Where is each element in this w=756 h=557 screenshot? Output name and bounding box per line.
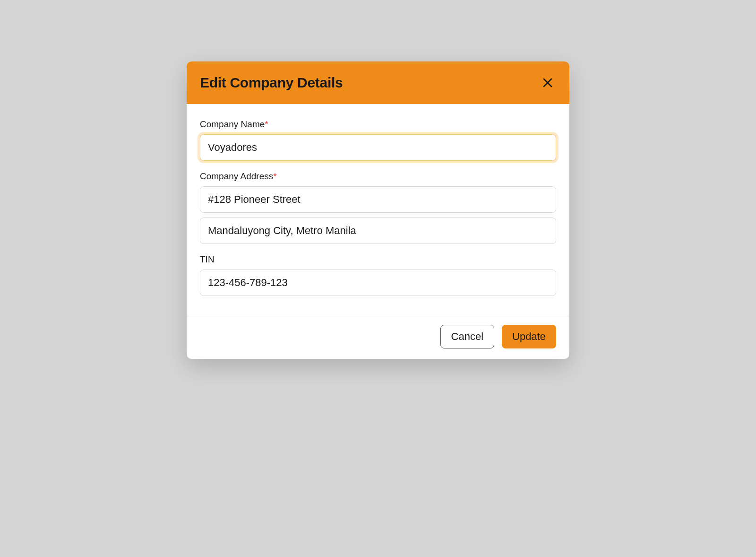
company-address-line1-input[interactable] (200, 186, 556, 213)
close-icon (542, 77, 553, 88)
company-address-label-text: Company Address (200, 171, 273, 181)
required-marker: * (265, 119, 268, 129)
required-marker: * (273, 171, 276, 181)
tin-label: TIN (200, 254, 556, 265)
company-address-line2-input[interactable] (200, 218, 556, 244)
company-address-label: Company Address* (200, 171, 556, 182)
tin-group: TIN (200, 254, 556, 296)
modal-body: Company Name* Company Address* TIN (187, 104, 569, 316)
company-name-group: Company Name* (200, 119, 556, 161)
close-button[interactable] (540, 75, 555, 90)
edit-company-modal: Edit Company Details Company Name* Compa… (187, 61, 569, 359)
modal-header: Edit Company Details (187, 61, 569, 104)
company-name-label: Company Name* (200, 119, 556, 130)
modal-title: Edit Company Details (200, 75, 343, 91)
company-address-group: Company Address* (200, 171, 556, 244)
update-button[interactable]: Update (502, 325, 556, 348)
tin-input[interactable] (200, 270, 556, 296)
company-name-label-text: Company Name (200, 119, 265, 129)
company-name-input[interactable] (200, 134, 556, 161)
cancel-button[interactable]: Cancel (440, 325, 494, 348)
modal-footer: Cancel Update (187, 316, 569, 359)
